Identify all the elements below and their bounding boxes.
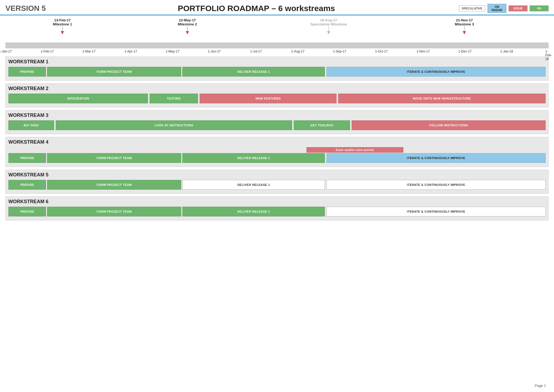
tick-5: 1-Jun-17: [208, 50, 220, 53]
ws2-bar-testing: TESTING: [150, 94, 198, 103]
workstream-3: WORKSTREAM 3 BUY SHED LOOK AT INSTRUCTIO…: [5, 110, 549, 134]
tick-12: 1-Jan-18: [500, 50, 513, 53]
workstream-1: WORKSTREAM 1 PREPARE FORM PROJECT TEAM D…: [5, 57, 549, 81]
milestone-4-date: 21-Nov-17: [455, 18, 474, 22]
page-title: PORTFOLIO ROADMAP – 6 workstreams: [54, 4, 459, 13]
workstream-1-gantt: PREPARE FORM PROJECT TEAM DELIVER RELEAS…: [8, 67, 546, 77]
workstream-4-gantt: PREPARE FORM PROJECT TEAM DELIVER RELEAS…: [8, 153, 546, 163]
svg-marker-1: [61, 31, 64, 34]
workstreams-container: WORKSTREAM 1 PREPARE FORM PROJECT TEAM D…: [0, 54, 554, 226]
timeline-section: 13-Feb-17 Milestone 1 12-May-17 Mileston…: [0, 15, 554, 54]
tick-10: 1-Nov-17: [416, 50, 430, 53]
workstream-5-title: WORKSTREAM 5: [8, 172, 546, 178]
workstream-4-title: WORKSTREAM 4: [8, 139, 546, 145]
workstream-6: WORKSTREAM 6 PREPARE FORM PROJECT TEAM D…: [5, 196, 549, 220]
ws6-bar-prepare: PREPARE: [8, 207, 46, 216]
ws6-bar-iterate: ITERATE & CONTINUOUSLY IMPROVE: [327, 207, 546, 216]
timeline-bar: [5, 42, 549, 48]
ws1-bar-iterate: ITERATE & CONTINUOUSLY IMPROVE: [327, 67, 546, 77]
ws1-bar-prepare: PREPARE: [8, 67, 46, 77]
svg-marker-5: [327, 31, 330, 34]
ws4-bar-form: FORM PROJECT TEAM: [47, 153, 182, 163]
tick-2: 1-Mar-17: [82, 50, 95, 53]
tick-1: 1-Feb-17: [41, 50, 54, 53]
ws3-bar-look: LOOK AT INSTRUCTIONS: [56, 120, 292, 130]
ws1-bar-deliver: DELIVER RELEASE 1: [182, 67, 325, 77]
ws2-bar-newfeatures: NEW FEATURES: [200, 94, 337, 103]
milestone-1-date: 13-Feb-17: [53, 18, 72, 22]
header: VERSION 5 PORTFOLIO ROADMAP – 6 workstre…: [0, 0, 554, 15]
svg-marker-7: [463, 31, 466, 34]
workstream-5: WORKSTREAM 5 PREPARE FORM PROJECT TEAM D…: [5, 170, 549, 194]
ws4-bar-prepare: PREPARE: [8, 153, 46, 163]
ws5-bar-form: FORM PROJECT TEAM: [47, 180, 182, 190]
tick-8: 1-Sep-17: [333, 50, 346, 53]
page-container: VERSION 5 PORTFOLIO ROADMAP – 6 workstre…: [0, 0, 554, 226]
legend-ok: OK: [530, 5, 549, 11]
ws6-bar-deliver: DELIVER RELEASE 1: [182, 207, 325, 216]
version-label: VERSION 5: [5, 4, 54, 13]
ws2-bar-integration: INTEGRATION: [8, 94, 148, 103]
milestone-2-date: 12-May-17: [178, 18, 197, 22]
workstream-1-title: WORKSTREAM 1: [8, 59, 546, 65]
tick-3: 1-Apr-17: [124, 50, 137, 53]
ws4-extra-bar: Some smaller extra activity: [306, 147, 403, 153]
ws3-bar-follow: FOLLOW INSTRUCTIONS: [352, 120, 546, 130]
workstream-4: WORKSTREAM 4 Some smaller extra activity…: [5, 137, 549, 167]
workstream-3-gantt: BUY SHED LOOK AT INSTRUCTIONS GET TOOLBO…: [8, 120, 546, 130]
workstream-6-title: WORKSTREAM 6: [8, 199, 546, 205]
workstream-2-gantt: INTEGRATION TESTING NEW FEATURES MOVE ON…: [8, 94, 546, 103]
ws3-bar-toolbox: GET TOOLBOX: [294, 120, 350, 130]
ws5-bar-deliver: DELIVER RELEASE 1: [182, 180, 325, 190]
milestone-4-label: Milestone 3: [455, 22, 474, 26]
legend-issue: ISSUE: [509, 5, 527, 11]
tick-4: 1-May-17: [166, 50, 179, 53]
ws4-bar-iterate: ITERATE & CONTINUOUSLY IMPROVE: [327, 153, 546, 163]
milestone-3-date: 19-Aug-17: [310, 18, 347, 22]
workstream-6-gantt: PREPARE FORM PROJECT TEAM DELIVER RELEAS…: [8, 207, 546, 216]
legend-on-radar: ONRADAR: [487, 4, 506, 13]
ws2-bar-move: MOVE ONTO NEW INFRASTRUCTURE: [338, 94, 546, 103]
tick-9: 1-Oct-17: [375, 50, 388, 53]
legend-speculative: SPECULATIVE: [459, 5, 485, 11]
tick-0: 1-Jan-17: [0, 50, 12, 53]
workstream-4-extra: Some smaller extra activity: [8, 147, 546, 153]
ws3-bar-buyshed: BUY SHED: [8, 120, 54, 130]
ws5-bar-iterate: ITERATE & CONTINUOUSLY IMPROVE: [327, 180, 546, 190]
svg-marker-3: [186, 31, 189, 34]
milestone-1-label: Milestone 1: [53, 22, 72, 26]
ws6-bar-form: FORM PROJECT TEAM: [47, 207, 182, 216]
tick-6: 1-Jul-17: [250, 50, 262, 53]
milestone-3-label: Speculative Milestone: [310, 22, 347, 26]
ws5-bar-prepare: PREPARE: [8, 180, 46, 190]
tick-11: 1-Dec-17: [458, 50, 471, 53]
page-number: Page 1: [535, 384, 546, 388]
legend: SPECULATIVE ONRADAR ISSUE OK: [459, 4, 549, 13]
milestone-2-label: Milestone 2: [178, 22, 197, 26]
workstream-5-gantt: PREPARE FORM PROJECT TEAM DELIVER RELEAS…: [8, 180, 546, 190]
workstream-2-title: WORKSTREAM 2: [8, 86, 546, 91]
workstream-3-title: WORKSTREAM 3: [8, 113, 546, 118]
tick-13: 1-Feb-18: [545, 50, 552, 61]
timeline-ticks: 1-Jan-17 1-Feb-17 1-Mar-17 1-Apr-17 1-Ma…: [5, 48, 549, 54]
workstream-2: WORKSTREAM 2 INTEGRATION TESTING NEW FEA…: [5, 83, 549, 107]
ws1-bar-form: FORM PROJECT TEAM: [47, 67, 182, 77]
ws4-bar-deliver: DELIVER RELEASE 1: [182, 153, 325, 163]
tick-7: 1-Aug-17: [291, 50, 304, 53]
